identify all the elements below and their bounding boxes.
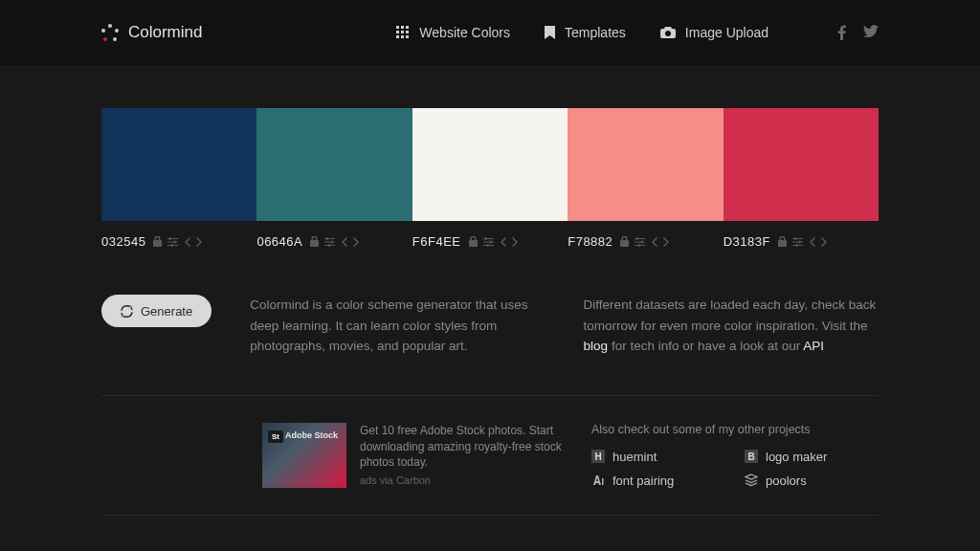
chevron-right-icon[interactable]	[663, 237, 670, 247]
svg-rect-0	[396, 26, 399, 29]
project-logo-maker[interactable]: B logo maker	[745, 450, 879, 464]
project-huemint[interactable]: H huemint	[591, 450, 725, 464]
svg-rect-25	[490, 240, 492, 243]
nav-templates[interactable]: Templates	[545, 25, 626, 40]
project-label: huemint	[612, 450, 657, 464]
swatch-1[interactable]	[101, 108, 256, 221]
hex-cell: 032545	[101, 234, 256, 249]
nav-label: Templates	[565, 25, 626, 40]
stack-icon	[745, 474, 758, 487]
projects-heading: Also check out some of my other projects	[591, 423, 879, 436]
bookmark-icon	[545, 26, 555, 39]
svg-text:B: B	[747, 452, 754, 462]
hex-cell: 06646A	[256, 234, 412, 249]
projects-section: Also check out some of my other projects…	[591, 423, 879, 488]
hex-value: F78882	[568, 234, 612, 249]
chevron-left-icon[interactable]	[184, 237, 190, 247]
header: Colormind Website Colors Templates Image…	[0, 0, 980, 65]
lock-icon[interactable]	[778, 236, 787, 247]
swatch-3[interactable]	[412, 108, 568, 221]
blog-link[interactable]: blog	[584, 339, 609, 353]
hex-value: 06646A	[256, 234, 302, 249]
svg-rect-34	[792, 241, 803, 242]
chevron-left-icon[interactable]	[809, 237, 815, 247]
project-font-pairing[interactable]: font pairing	[591, 474, 725, 488]
chevron-right-icon[interactable]	[512, 237, 519, 247]
svg-rect-18	[326, 237, 328, 240]
svg-text:H: H	[594, 452, 601, 462]
nav-label: Image Upload	[685, 25, 768, 40]
hex-row: 032545 06646A F6F4EE	[101, 234, 879, 249]
swatch-4[interactable]	[568, 108, 723, 221]
chevron-left-icon[interactable]	[341, 237, 347, 247]
refresh-icon	[121, 305, 133, 318]
svg-rect-30	[636, 237, 638, 240]
lock-icon[interactable]	[620, 236, 629, 247]
ad-badge: St	[268, 430, 283, 443]
svg-rect-37	[799, 240, 801, 243]
ad-block[interactable]: St Adobe Stock Get 10 free Adobe Stock p…	[262, 423, 568, 488]
camera-icon	[660, 27, 676, 38]
ad-text: Get 10 free Adobe Stock photos. Start do…	[360, 423, 568, 471]
svg-rect-20	[328, 244, 330, 247]
lock-icon[interactable]	[310, 236, 319, 247]
font-icon	[591, 474, 605, 487]
nav-label: Website Colors	[419, 25, 510, 40]
generate-button[interactable]: Generate	[101, 295, 212, 327]
svg-rect-22	[483, 241, 494, 242]
ad-brand: Adobe Stock	[285, 430, 338, 440]
description-right: Different datasets are loaded each day, …	[584, 295, 879, 357]
svg-rect-5	[406, 31, 409, 33]
sliders-icon[interactable]	[792, 237, 803, 247]
chevron-right-icon[interactable]	[821, 237, 828, 247]
hex-value: 032545	[101, 234, 145, 249]
twitter-icon[interactable]	[863, 25, 879, 37]
sliders-icon[interactable]	[324, 237, 335, 247]
color-palette	[101, 108, 879, 221]
logo-icon	[101, 24, 119, 41]
svg-rect-14	[171, 244, 173, 247]
hex-cell: F6F4EE	[412, 234, 568, 249]
nav: Website Colors Templates Image Upload	[396, 25, 879, 40]
svg-rect-13	[174, 240, 176, 243]
project-label: font pairing	[612, 474, 674, 488]
generate-label: Generate	[141, 304, 192, 319]
chevron-left-icon[interactable]	[500, 237, 506, 247]
sliders-icon[interactable]	[167, 237, 178, 247]
nav-image-upload[interactable]: Image Upload	[660, 25, 768, 40]
sliders-icon[interactable]	[483, 237, 494, 247]
facebook-icon[interactable]	[837, 25, 846, 40]
svg-rect-7	[401, 35, 404, 38]
chevron-right-icon[interactable]	[353, 237, 360, 247]
swatch-5[interactable]	[724, 108, 879, 221]
svg-rect-15	[324, 238, 335, 239]
hex-cell: F78882	[568, 234, 723, 249]
chevron-left-icon[interactable]	[651, 237, 657, 247]
swatch-2[interactable]	[256, 108, 412, 221]
svg-rect-12	[169, 237, 171, 240]
sliders-icon[interactable]	[635, 237, 645, 247]
svg-rect-27	[635, 238, 645, 239]
project-poolors[interactable]: poolors	[745, 474, 879, 488]
lock-icon[interactable]	[469, 236, 478, 247]
h-icon: H	[591, 450, 605, 463]
svg-rect-2	[406, 26, 409, 29]
api-link[interactable]: API	[803, 339, 824, 353]
svg-rect-33	[792, 238, 803, 239]
svg-rect-8	[406, 35, 409, 38]
svg-rect-9	[167, 238, 178, 239]
social-links	[837, 25, 879, 40]
chevron-right-icon[interactable]	[196, 237, 203, 247]
project-label: poolors	[766, 474, 807, 488]
mid-section: Generate Colormind is a color scheme gen…	[101, 295, 879, 396]
nav-website-colors[interactable]: Website Colors	[396, 25, 510, 40]
svg-rect-24	[485, 237, 487, 240]
svg-rect-32	[638, 244, 640, 247]
lock-icon[interactable]	[153, 236, 162, 247]
svg-rect-3	[396, 31, 399, 33]
logo[interactable]: Colormind	[101, 23, 202, 42]
ad-image: St Adobe Stock	[262, 423, 346, 488]
svg-rect-10	[167, 241, 178, 242]
bottom-section: St Adobe Stock Get 10 free Adobe Stock p…	[101, 423, 879, 516]
hex-value: F6F4EE	[412, 234, 461, 249]
